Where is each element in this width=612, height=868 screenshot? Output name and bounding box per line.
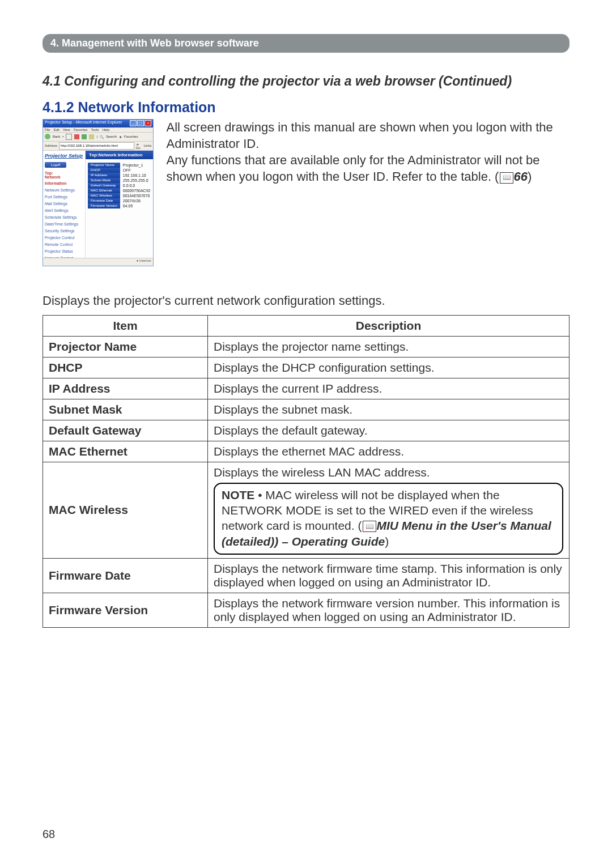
note-text-b: ) [385, 535, 389, 548]
kv-key: MAC Ethernet [88, 188, 120, 193]
maximize-icon[interactable]: ▢ [137, 120, 144, 126]
row-item: Default Gateway [43, 420, 208, 441]
search-icon[interactable]: 🔍 [100, 135, 104, 139]
row-item: IP Address [43, 378, 208, 399]
main-panel: Top:Network Information Projector NamePr… [86, 151, 153, 263]
minimize-icon[interactable]: _ [130, 120, 137, 126]
kv-key: Default Gateway [88, 183, 120, 188]
kv-key: Firmware Version [88, 203, 120, 209]
row-desc-macwireless: Displays the wireless LAN MAC address. N… [208, 462, 570, 558]
panel-title: Top:Network Information [86, 151, 153, 159]
kv-key: MAC Wireless [88, 193, 120, 198]
network-info-table: Projector NameProjector_1 DHCPOFF IP Add… [88, 163, 153, 209]
row-item: DHCP [43, 357, 208, 378]
row-item: Subnet Mask [43, 399, 208, 420]
ref-page: 66 [513, 169, 527, 184]
row-desc: Displays the subnet mask. [208, 399, 570, 420]
intro-line-2b: ) [528, 169, 532, 184]
col-header-desc: Description [208, 315, 570, 336]
back-button[interactable]: Back [53, 135, 60, 138]
menu-edit[interactable]: Edit [54, 128, 60, 131]
description-paragraph: Displays the projector's current network… [42, 293, 570, 308]
browser-menubar: File Edit View Favorites Tools Help [43, 127, 153, 133]
kv-value: 00009756AC92 [120, 188, 154, 193]
row-desc: Displays the ethernet MAC address. [208, 441, 570, 462]
info-table: Item Description Projector Name Displays… [42, 315, 570, 628]
row-desc: Displays the DHCP configuration settings… [208, 357, 570, 378]
note-label: NOTE [222, 488, 254, 501]
window-titlebar: Projector Setup - Microsoft Internet Exp… [43, 120, 153, 127]
kv-key: Firmware Date [88, 198, 120, 203]
sidebar-item-port-settings[interactable]: Port Settings [45, 195, 83, 199]
kv-key: IP Address [88, 173, 120, 178]
row-desc: Displays the projector name settings. [208, 336, 570, 357]
intro-text: All screen drawings in this manual are s… [166, 119, 570, 266]
menu-tools[interactable]: Tools [91, 128, 99, 131]
row-desc: Displays the network firmware version nu… [208, 593, 570, 628]
row-item: Projector Name [43, 336, 208, 357]
sidebar-item-projector-status[interactable]: Projector Status [45, 249, 83, 253]
menu-help[interactable]: Help [103, 128, 109, 131]
search-button[interactable]: Search [106, 135, 117, 138]
sidebar-item-remote-control[interactable]: Remote Control [45, 242, 83, 246]
sidebar-item-mail-settings[interactable]: Mail Settings [45, 202, 83, 206]
row-desc: Displays the default gateway. [208, 420, 570, 441]
menu-view[interactable]: View [63, 128, 70, 131]
row-item: Firmware Date [43, 559, 208, 593]
favorites-button[interactable]: Favorites [124, 135, 138, 138]
book-icon: 📖 [363, 521, 376, 532]
row-desc: Displays the network firmware time stamp… [208, 559, 570, 593]
back-icon[interactable] [45, 134, 50, 139]
kv-value: 0.0.0.0 [120, 183, 154, 188]
kv-value: 192.168.1.10 [120, 173, 154, 178]
address-label: Address [45, 144, 57, 147]
sidebar-item-network-settings[interactable]: Network Settings [45, 188, 83, 192]
chapter-bar: 4. Management with Web browser software [42, 34, 570, 53]
go-button[interactable]: ➔ Go [136, 142, 142, 150]
home-icon[interactable] [89, 134, 94, 139]
sidebar-item-top[interactable]: Top: [45, 171, 83, 175]
kv-value: 2007/6/28 [120, 198, 154, 203]
row-item: Firmware Version [43, 593, 208, 628]
forward-icon[interactable] [66, 134, 72, 140]
close-icon[interactable]: × [144, 120, 151, 126]
row-item: MAC Ethernet [43, 441, 208, 462]
book-icon: 📖 [500, 172, 513, 184]
sidebar-item-network[interactable]: Network [45, 175, 83, 179]
kv-key: Projector Name [88, 163, 120, 168]
menu-favorites[interactable]: Favorites [74, 128, 88, 131]
status-bar: ● Internet [43, 258, 153, 266]
subsection-title: 4.1.2 Network Information [42, 99, 570, 116]
refresh-icon[interactable] [82, 134, 87, 139]
kv-value: OFF [120, 168, 154, 173]
row-item: MAC Wireless [43, 462, 208, 558]
logoff-button[interactable]: Logoff [45, 162, 66, 168]
sidebar-item-security-settings[interactable]: Security Settings [45, 229, 83, 233]
browser-toolbar: Back • | 🔍 Search ★ Favorites [43, 133, 153, 142]
kv-value: Projector_1 [120, 163, 154, 168]
sidebar-item-information[interactable]: Information [45, 181, 83, 185]
col-header-item: Item [43, 315, 208, 336]
kv-value: 00164E507070 [120, 193, 154, 198]
note-box: NOTE • MAC wireless will not be displaye… [214, 483, 563, 555]
embedded-screenshot: Projector Setup - Microsoft Internet Exp… [42, 119, 154, 266]
row-desc: Displays the current IP address. [208, 378, 570, 399]
kv-value: 04.05 [120, 203, 154, 209]
intro-line-1: All screen drawings in this manual are s… [166, 120, 552, 151]
kv-key: DHCP [88, 168, 120, 173]
sidebar-item-schedule-settings[interactable]: Schedule Settings [45, 215, 83, 219]
section-title: 4.1 Configuring and controlling the proj… [42, 73, 570, 90]
address-input[interactable] [59, 142, 134, 150]
sidebar-item-datetime-settings[interactable]: Date/Time Settings [45, 222, 83, 226]
sidebar-title: Projector Setup [45, 153, 83, 159]
favorites-icon[interactable]: ★ [119, 135, 122, 139]
menu-file[interactable]: File [45, 128, 50, 131]
stop-icon[interactable] [74, 134, 79, 139]
kv-key: Subnet Mask [88, 178, 120, 183]
sidebar: Projector Setup Logoff Top: Network Info… [43, 151, 86, 263]
sidebar-item-alert-settings[interactable]: Alert Settings [45, 209, 83, 212]
sidebar-item-projector-control[interactable]: Projector Control [45, 236, 83, 240]
kv-value: 255.255.255.0 [120, 178, 154, 183]
row-desc-line: Displays the wireless LAN MAC address. [214, 466, 563, 479]
links-label[interactable]: Links [143, 144, 151, 147]
